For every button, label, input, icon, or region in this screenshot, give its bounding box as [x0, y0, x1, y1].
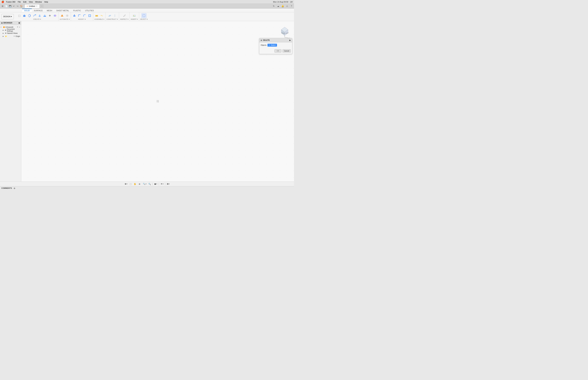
warning-icon[interactable]: ⚠ — [285, 5, 288, 8]
fillet-tool[interactable] — [77, 13, 82, 18]
chamfer-tool[interactable] — [82, 13, 87, 18]
shell-tool[interactable] — [87, 13, 92, 18]
tab-solid[interactable]: SOLID — [22, 9, 32, 12]
menu-edit[interactable]: Edit — [23, 1, 26, 3]
browser-add-btn[interactable]: ⊕ — [18, 22, 20, 24]
move-copy-tool[interactable]: ✛ — [47, 13, 52, 18]
display-settings-btn[interactable]: ⊕ ▾ — [124, 182, 128, 186]
tree-item-named-views[interactable]: ▶ 👁 Named Views — [0, 32, 21, 35]
rib-tool[interactable] — [42, 13, 47, 18]
new-component-tool[interactable]: ⬚ — [17, 13, 22, 18]
apple-icon[interactable]: 🍎 — [1, 0, 4, 3]
svg-rect-18 — [89, 15, 90, 16]
automate-tool-1[interactable] — [60, 13, 64, 18]
cancel-button[interactable]: Cancel — [283, 49, 291, 53]
extrude-tool[interactable] — [22, 13, 27, 18]
construct-label[interactable]: CONSTRUCT ▾ — [107, 18, 118, 20]
select-tool[interactable] — [142, 13, 146, 18]
refresh-icon[interactable]: ↻ — [272, 5, 275, 8]
automate-label[interactable]: AUTOMATE ▾ — [59, 18, 70, 20]
loft-tool[interactable] — [37, 13, 42, 18]
delete-panel-expand-arrow[interactable]: ▶ — [289, 39, 291, 41]
eye-icon-origin[interactable]: 👁 — [13, 35, 15, 37]
pan-tool-btn[interactable]: ✋ — [133, 182, 137, 186]
inspect-label[interactable]: INSPECT ▾ — [120, 18, 129, 20]
environment-btn[interactable]: ☀ ▾ — [160, 182, 164, 186]
measure-tool[interactable] — [122, 13, 127, 18]
eye-icon-unsaved[interactable]: 👁 — [17, 26, 18, 28]
menu-view[interactable]: View — [29, 1, 33, 3]
tree-item-origin[interactable]: ▶ 📁 👁 Origin — [0, 35, 21, 38]
ok-button[interactable]: OK — [274, 49, 281, 53]
workspace-tabs: SOLID SURFACE MESH SHEET METAL PLASTIC U… — [0, 8, 294, 12]
svg-marker-1 — [23, 15, 25, 16]
boolean-tool[interactable] — [53, 13, 57, 18]
undo-icon[interactable]: ↩ — [12, 5, 15, 8]
expand-arrow-origin: ▶ — [3, 36, 4, 37]
canvas-area[interactable]: ⛓ Z X FRONT RIGHT — [21, 21, 294, 182]
delete-panel-header: DELETE ▶ — [259, 38, 292, 42]
menu-window[interactable]: Window — [35, 1, 42, 3]
zoom-fit-btn[interactable]: ⊕ — [138, 182, 141, 186]
comments-bar: COMMENTS ⊕ — [0, 186, 294, 190]
main-toolbar: DESIGN ▾ ⬚ ✛ CREATE ▾ — [0, 12, 294, 21]
select-label[interactable]: SELECT ▾ — [140, 18, 148, 20]
origin-label: Origin — [16, 35, 20, 37]
menu-file[interactable]: File — [18, 1, 21, 3]
menu-items: Fusion 360 File Edit View Window Help — [6, 1, 48, 3]
grid-icon[interactable]: ⊞ — [1, 5, 4, 8]
modify-section: MODIFY ▾ — [71, 12, 93, 21]
display-mode-btn[interactable]: ⊞ ▾ — [166, 182, 170, 186]
tree-item-doc-settings[interactable]: ▶ ⚙ Document Settings — [0, 29, 21, 32]
help-circle-icon[interactable]: ? — [290, 5, 293, 8]
revolve-tool[interactable] — [27, 13, 32, 18]
new-file-icon[interactable]: 📄 — [5, 5, 8, 8]
press-pull-tool[interactable] — [72, 13, 77, 18]
menu-help[interactable]: Help — [44, 1, 48, 3]
insert-label[interactable]: INSERT ▾ — [131, 18, 138, 20]
delete-panel-footer: OK Cancel — [259, 49, 292, 54]
automate-tool-2[interactable] — [65, 13, 70, 18]
joint-tool[interactable] — [94, 13, 99, 18]
browser-collapse-btn[interactable]: ◀ — [1, 22, 2, 24]
select-btn-label: Select — [271, 44, 276, 46]
zoom-level-btn[interactable]: 🔍 ▾ — [142, 182, 147, 186]
offset-plane-tool[interactable] — [107, 13, 112, 18]
redo-icon[interactable]: ↪ — [16, 5, 19, 8]
menu-fusion360[interactable]: Fusion 360 — [6, 1, 15, 3]
comments-add-btn[interactable]: ⊕ — [14, 187, 15, 190]
zoom-in-btn[interactable]: 🔍 — [148, 182, 152, 186]
motion-link-tool[interactable] — [99, 13, 104, 18]
notification-bell-icon[interactable]: 🔔 — [281, 5, 284, 8]
save-icon[interactable]: 💾 — [8, 5, 12, 8]
home-icon[interactable]: 🏠 — [20, 5, 23, 8]
tab-plastic[interactable]: PLASTIC — [71, 9, 83, 12]
midplane-tool[interactable] — [113, 13, 117, 18]
visual-style-btn[interactable]: ◉ ▾ — [154, 182, 158, 186]
active-tab[interactable]: ● Untitled ✕ — [24, 4, 40, 8]
tab-utilities[interactable]: UTILITIES — [83, 9, 96, 12]
toolbar-divider-3 — [165, 183, 165, 185]
svg-marker-5 — [39, 15, 40, 16]
add-tab-btn[interactable]: + — [40, 5, 43, 8]
tab-mesh[interactable]: MESH — [45, 9, 54, 12]
design-dropdown-btn[interactable]: DESIGN ▾ — [1, 14, 14, 19]
insert-image-tool[interactable] — [132, 13, 137, 18]
grid-toggle-btn[interactable]: ⬚ — [129, 182, 132, 186]
expand-arrow-doc: ▶ — [3, 29, 4, 31]
tab-surface[interactable]: SURFACE — [32, 9, 45, 12]
svg-point-4 — [39, 16, 41, 17]
modify-label[interactable]: MODIFY ▾ — [78, 18, 86, 20]
visual-style-icon: ◉ — [154, 183, 156, 185]
create-section: ⬚ ✛ CREATE ▾ — [16, 12, 58, 21]
center-link-icon: ⛓ — [156, 100, 159, 103]
tab-sheet-metal[interactable]: SHEET METAL — [54, 9, 71, 12]
create-label[interactable]: CREATE ▾ — [33, 18, 41, 20]
tab-close-btn[interactable]: ✕ — [36, 5, 38, 7]
cloud-icon[interactable]: ☁ — [277, 5, 280, 8]
sweep-tool[interactable] — [32, 13, 37, 18]
select-button[interactable]: ↖ Select — [267, 44, 277, 47]
view-cube[interactable]: Z X FRONT RIGHT — [278, 24, 291, 39]
visual-style-arrow: ▾ — [156, 183, 157, 185]
assemble-label[interactable]: ASSEMBLE ▾ — [94, 18, 104, 20]
